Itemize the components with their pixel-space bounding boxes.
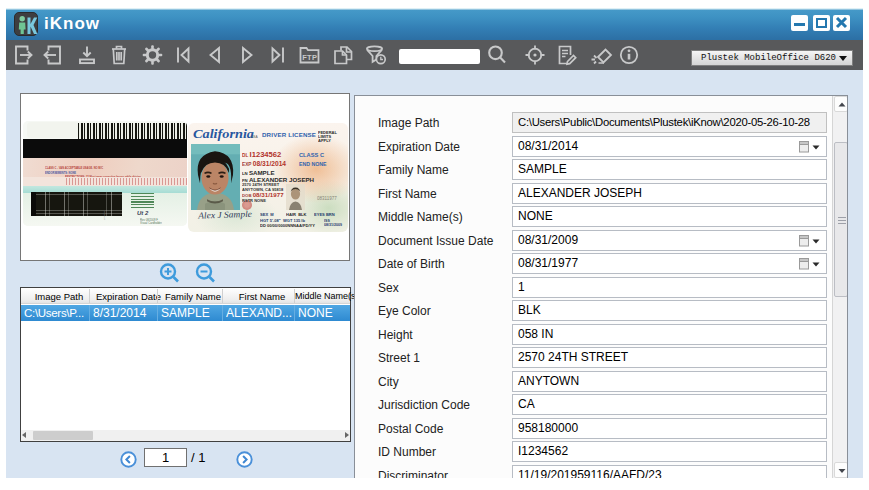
svg-text:FTP: FTP — [302, 53, 317, 62]
